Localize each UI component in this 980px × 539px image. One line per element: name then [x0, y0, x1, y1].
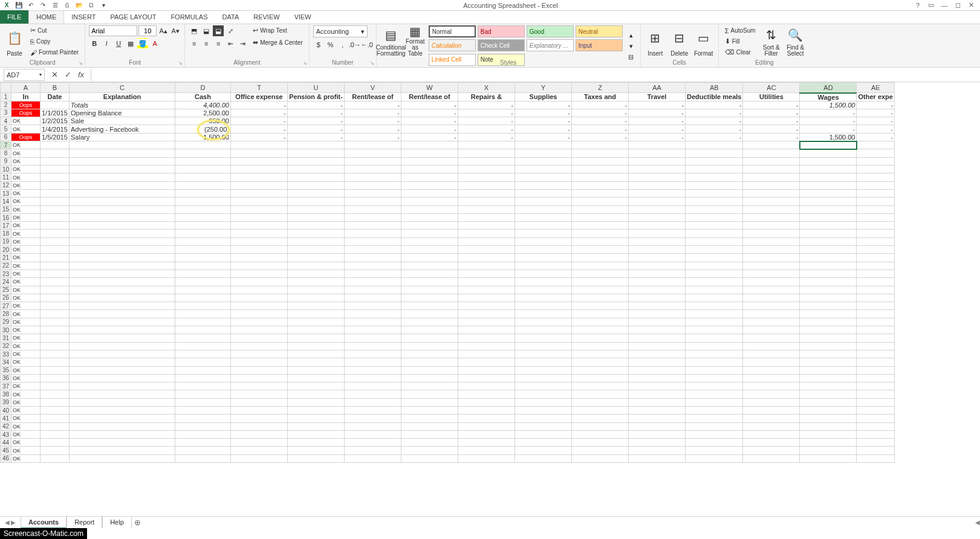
cell-AE22[interactable]: [857, 262, 894, 270]
cell-T18[interactable]: [231, 230, 288, 237]
cell-V16[interactable]: [345, 213, 401, 221]
cell-U27[interactable]: [288, 302, 345, 310]
cell-A1[interactable]: In: [11, 93, 41, 102]
cell-Y42[interactable]: [515, 422, 572, 430]
cell-U15[interactable]: [288, 205, 345, 213]
cell-AE25[interactable]: [857, 286, 894, 294]
file-tab[interactable]: FILE: [0, 10, 28, 24]
cell-B39[interactable]: [41, 398, 70, 406]
cell-AD28[interactable]: [800, 310, 857, 318]
cell-W21[interactable]: [401, 254, 458, 262]
col-header-Z[interactable]: Z: [572, 83, 629, 93]
close-button[interactable]: ✕: [967, 2, 975, 9]
cell-Z5[interactable]: -: [572, 125, 629, 133]
cell-T1[interactable]: Office expense: [231, 93, 288, 102]
cell-V46[interactable]: [345, 454, 401, 462]
cell-Y3[interactable]: -: [515, 109, 572, 117]
cell-AA9[interactable]: [629, 157, 686, 165]
cell-AD43[interactable]: [800, 430, 857, 438]
cell-A32[interactable]: OK: [11, 342, 41, 350]
cell-V15[interactable]: [345, 205, 401, 213]
cell-X11[interactable]: [458, 173, 515, 181]
cell-U38[interactable]: [288, 390, 345, 398]
row-header[interactable]: 34: [1, 358, 11, 366]
cell-C25[interactable]: [70, 286, 175, 294]
cell-C3[interactable]: Opening Balance: [70, 109, 175, 117]
cell-U6[interactable]: -: [288, 133, 345, 141]
cell-D28[interactable]: [175, 310, 231, 318]
cell-W32[interactable]: [401, 342, 458, 350]
cell-AD30[interactable]: [800, 326, 857, 334]
cell-A33[interactable]: OK: [11, 350, 41, 358]
cell-Y10[interactable]: [515, 166, 572, 173]
cell-A2[interactable]: Oops: [11, 101, 41, 109]
cell-AC3[interactable]: -: [743, 109, 800, 117]
cell-B22[interactable]: [41, 262, 70, 270]
cell-Z12[interactable]: [572, 181, 629, 189]
cell-D26[interactable]: [175, 294, 231, 302]
cell-A29[interactable]: OK: [11, 318, 41, 326]
cell-Z18[interactable]: [572, 230, 629, 237]
cell-AA30[interactable]: [629, 326, 686, 334]
cell-Z25[interactable]: [572, 286, 629, 294]
cell-W34[interactable]: [401, 358, 458, 366]
cell-A3[interactable]: Oops: [11, 109, 41, 117]
cell-X20[interactable]: [458, 246, 515, 254]
cell-AC16[interactable]: [743, 213, 800, 221]
cell-AD21[interactable]: [800, 254, 857, 262]
cell-D40[interactable]: [175, 406, 231, 414]
cell-B7[interactable]: [41, 141, 70, 149]
cell-AA11[interactable]: [629, 173, 686, 181]
cell-X21[interactable]: [458, 254, 515, 262]
cell-AE42[interactable]: [857, 422, 894, 430]
cell-W26[interactable]: [401, 294, 458, 302]
cell-W31[interactable]: [401, 334, 458, 342]
cell-AB1[interactable]: Deductible meals: [686, 93, 743, 102]
cell-U1[interactable]: Pension & profit-: [288, 93, 345, 102]
row-header[interactable]: 10: [1, 166, 11, 173]
cell-A9[interactable]: OK: [11, 157, 41, 165]
cell-C11[interactable]: [70, 173, 175, 181]
col-header-A[interactable]: A: [11, 83, 41, 93]
cell-D2[interactable]: 4,400.00: [175, 101, 231, 109]
cell-X4[interactable]: -: [458, 117, 515, 125]
row-header[interactable]: 8: [1, 149, 11, 157]
cell-C10[interactable]: [70, 166, 175, 173]
cell-V12[interactable]: [345, 181, 401, 189]
cell-W2[interactable]: -: [401, 101, 458, 109]
cell-U46[interactable]: [288, 454, 345, 462]
cell-AA25[interactable]: [629, 286, 686, 294]
spreadsheet-grid[interactable]: ABCDTUVWXYZAAABACADAE1InDateExplanationC…: [0, 82, 980, 516]
cell-C6[interactable]: Salary: [70, 133, 175, 141]
row-header[interactable]: 37: [1, 382, 11, 390]
cell-Z40[interactable]: [572, 406, 629, 414]
cell-C28[interactable]: [70, 310, 175, 318]
cell-B33[interactable]: [41, 350, 70, 358]
cell-W17[interactable]: [401, 222, 458, 230]
cell-AA33[interactable]: [629, 350, 686, 358]
cell-AB32[interactable]: [686, 342, 743, 350]
cell-AE1[interactable]: Other expe: [857, 93, 894, 102]
cell-Y31[interactable]: [515, 334, 572, 342]
cell-C40[interactable]: [70, 406, 175, 414]
cell-AA15[interactable]: [629, 205, 686, 213]
cell-AD18[interactable]: [800, 230, 857, 237]
cell-V10[interactable]: [345, 166, 401, 173]
col-header-U[interactable]: U: [288, 83, 345, 93]
cell-V33[interactable]: [345, 350, 401, 358]
cell-AC14[interactable]: [743, 198, 800, 205]
cell-Z26[interactable]: [572, 294, 629, 302]
row-header[interactable]: 29: [1, 318, 11, 326]
styles-scroll-down-icon[interactable]: ▾: [626, 41, 637, 52]
cell-W35[interactable]: [401, 366, 458, 374]
cell-W23[interactable]: [401, 270, 458, 277]
cell-AE32[interactable]: [857, 342, 894, 350]
style-normal[interactable]: Normal: [429, 25, 476, 37]
cell-U11[interactable]: [288, 173, 345, 181]
cell-V32[interactable]: [345, 342, 401, 350]
cell-T2[interactable]: -: [231, 101, 288, 109]
cell-B28[interactable]: [41, 310, 70, 318]
cell-B20[interactable]: [41, 246, 70, 254]
cell-Z31[interactable]: [572, 334, 629, 342]
cell-T24[interactable]: [231, 278, 288, 286]
